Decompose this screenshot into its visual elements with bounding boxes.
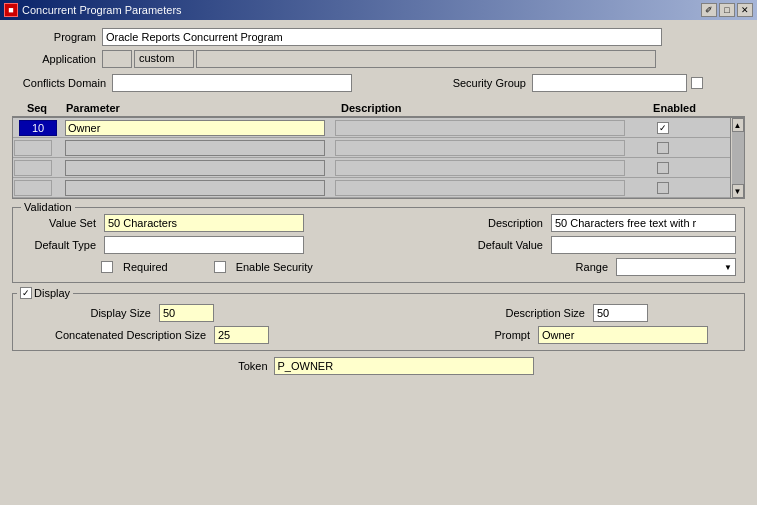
- prompt-field[interactable]: [538, 326, 708, 344]
- token-field[interactable]: [274, 357, 534, 375]
- param-input-1[interactable]: [65, 120, 325, 136]
- maximize-button[interactable]: □: [719, 3, 735, 17]
- range-dropdown-arrow: ▼: [724, 263, 732, 272]
- display-size-label: Display Size: [21, 307, 151, 319]
- validation-section-label: Validation: [21, 201, 75, 213]
- title-bar[interactable]: ■ Concurrent Program Parameters ✐ □ ✕: [0, 0, 757, 20]
- concat-desc-field[interactable]: [214, 326, 269, 344]
- param-input-2[interactable]: [65, 140, 325, 156]
- seq-input-1[interactable]: [19, 120, 57, 136]
- table-row: [13, 178, 744, 198]
- title-icon: ■: [4, 3, 18, 17]
- minimize-button[interactable]: ✐: [701, 3, 717, 17]
- seq-cell-4[interactable]: [14, 180, 52, 196]
- range-label: Range: [533, 261, 608, 273]
- param-input-3[interactable]: [65, 160, 325, 176]
- token-label: Token: [224, 360, 274, 372]
- scroll-down-button[interactable]: ▼: [732, 184, 744, 198]
- enabled-checkbox-4[interactable]: [657, 182, 669, 194]
- required-checkbox[interactable]: [101, 261, 113, 273]
- desc-input-3[interactable]: [335, 160, 625, 176]
- scroll-track: [732, 132, 744, 184]
- app-seg1[interactable]: [102, 50, 132, 68]
- default-value-field[interactable]: [551, 236, 736, 254]
- prompt-label: Prompt: [475, 329, 530, 341]
- desc-input-2[interactable]: [335, 140, 625, 156]
- enabled-checkbox-3[interactable]: [657, 162, 669, 174]
- default-type-label: Default Type: [21, 239, 96, 251]
- application-label: Application: [12, 53, 102, 65]
- app-seg2[interactable]: custom: [134, 50, 194, 68]
- col-enabled-header: Enabled: [642, 102, 707, 114]
- security-checkbox[interactable]: [691, 77, 703, 89]
- conflicts-label: Conflicts Domain: [12, 77, 112, 89]
- close-button[interactable]: ✕: [737, 3, 753, 17]
- enable-security-label: Enable Security: [236, 261, 313, 273]
- col-seq-header: Seq: [12, 102, 62, 114]
- validation-desc-field[interactable]: [551, 214, 736, 232]
- seq-cell-3[interactable]: [14, 160, 52, 176]
- enable-security-checkbox[interactable]: [214, 261, 226, 273]
- display-size-field[interactable]: [159, 304, 214, 322]
- program-label: Program: [12, 31, 102, 43]
- app-seg3[interactable]: [196, 50, 656, 68]
- enabled-checkbox-2[interactable]: [657, 142, 669, 154]
- conflicts-field[interactable]: [112, 74, 352, 92]
- concat-desc-label: Concatenated Description Size: [21, 329, 206, 341]
- scrollbar[interactable]: ▲ ▼: [730, 118, 744, 198]
- security-field[interactable]: [532, 74, 687, 92]
- seq-cell-2[interactable]: [14, 140, 52, 156]
- window-title: Concurrent Program Parameters: [22, 4, 182, 16]
- display-section-label: Display: [17, 287, 73, 299]
- desc-size-label: Description Size: [465, 307, 585, 319]
- scroll-up-button[interactable]: ▲: [732, 118, 744, 132]
- table-row: [13, 138, 744, 158]
- desc-input-4[interactable]: [335, 180, 625, 196]
- param-input-4[interactable]: [65, 180, 325, 196]
- display-checkbox[interactable]: [20, 287, 32, 299]
- enabled-checkbox-1[interactable]: [657, 122, 669, 134]
- value-set-label: Value Set: [21, 217, 96, 229]
- required-label: Required: [123, 261, 168, 273]
- table-row: [13, 118, 744, 138]
- col-param-header: Parameter: [62, 102, 337, 114]
- default-type-field[interactable]: [104, 236, 304, 254]
- table-row: [13, 158, 744, 178]
- validation-desc-label: Description: [468, 217, 543, 229]
- range-dropdown[interactable]: ▼: [616, 258, 736, 276]
- desc-input-1[interactable]: [335, 120, 625, 136]
- value-set-field[interactable]: [104, 214, 304, 232]
- security-label: Security Group: [432, 77, 532, 89]
- desc-size-field[interactable]: [593, 304, 648, 322]
- default-value-label: Default Value: [468, 239, 543, 251]
- col-desc-header: Description: [337, 102, 642, 114]
- program-field[interactable]: [102, 28, 662, 46]
